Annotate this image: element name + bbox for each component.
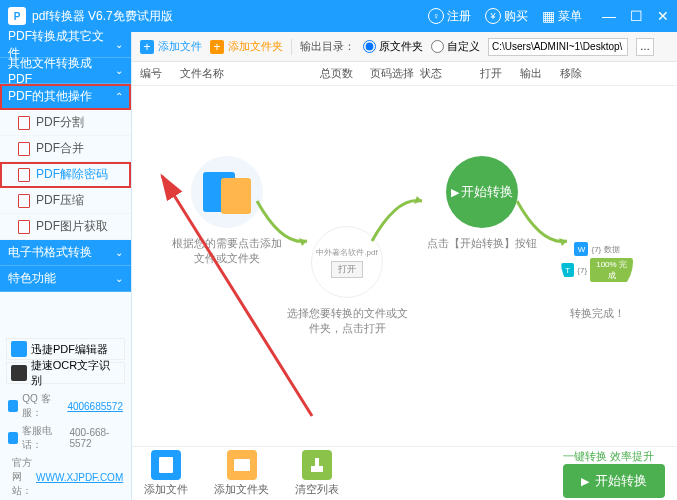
col-remove: 移除 <box>560 66 600 81</box>
app-title: pdf转换器 V6.7免费试用版 <box>32 8 428 25</box>
add-file-button[interactable]: +添加文件 <box>140 39 202 54</box>
sidebar: PDF转换成其它文件⌄ 其他文件转换成PDF⌄ PDF的其他操作⌃ PDF分割 … <box>0 32 132 500</box>
col-index: 编号 <box>140 66 180 81</box>
maximize-button[interactable]: ☐ <box>630 8 643 24</box>
footer-add-folder-button[interactable]: 添加文件夹 <box>214 450 269 497</box>
svg-rect-4 <box>311 466 323 472</box>
contact-site: 官方网站：WWW.XJPDF.COM <box>0 454 131 500</box>
minimize-button[interactable]: — <box>602 8 616 24</box>
sidebar-item-pdf-split[interactable]: PDF分割 <box>0 110 131 136</box>
broom-icon <box>302 450 332 480</box>
col-pages: 总页数 <box>320 66 370 81</box>
site-link[interactable]: WWW.XJPDF.COM <box>36 472 123 483</box>
file-icon <box>18 194 30 208</box>
col-page-select: 页码选择 <box>370 66 420 81</box>
sidebar-ads: 迅捷PDF编辑器 捷速OCR文字识别 <box>0 334 131 390</box>
radio-custom-folder[interactable]: 自定义 <box>431 39 480 54</box>
buy-button[interactable]: ¥购买 <box>485 8 528 25</box>
footer-clear-button[interactable]: 清空列表 <box>295 450 339 497</box>
plus-icon: + <box>140 40 154 54</box>
app-logo-icon: P <box>8 7 26 25</box>
svg-rect-2 <box>234 459 250 471</box>
sidebar-item-pdf-compress[interactable]: PDF压缩 <box>0 188 131 214</box>
sidebar-section-other-to-pdf[interactable]: 其他文件转换成PDF⌄ <box>0 58 131 84</box>
register-button[interactable]: ♀注册 <box>428 8 471 25</box>
chevron-down-icon: ⌄ <box>115 273 123 284</box>
start-convert-icon: 开始转换 <box>446 156 518 228</box>
onboarding-step-3: 开始转换 点击【开始转换】按钮 <box>422 156 542 251</box>
col-filename: 文件名称 <box>180 66 320 81</box>
phone-icon <box>8 432 18 444</box>
app-icon <box>11 365 27 381</box>
plus-icon: + <box>210 40 224 54</box>
svg-rect-3 <box>315 458 319 466</box>
ad-pdf-editor[interactable]: 迅捷PDF编辑器 <box>6 338 125 360</box>
footer-add-file-button[interactable]: 添加文件 <box>144 450 188 497</box>
sidebar-section-pdf-other-ops[interactable]: PDF的其他操作⌃ <box>0 84 131 110</box>
chevron-down-icon: ⌄ <box>115 39 123 50</box>
sidebar-item-pdf-merge[interactable]: PDF合并 <box>0 136 131 162</box>
contact-phone: 客服电话：400-668-5572 <box>0 422 131 454</box>
sidebar-section-ebook[interactable]: 电子书格式转换⌄ <box>0 240 131 266</box>
file-plus-icon <box>151 450 181 480</box>
qq-link[interactable]: 4006685572 <box>67 401 123 412</box>
contact-qq: QQ 客服：4006685572 <box>0 390 131 422</box>
output-path-input[interactable] <box>488 38 628 56</box>
onboarding-step-4: W{7} 数据 T{7}100% 完成 转换完成！ <box>532 226 662 321</box>
qq-icon <box>8 400 18 412</box>
svg-rect-1 <box>159 457 173 473</box>
folder-plus-icon <box>227 450 257 480</box>
sidebar-item-pdf-unlock[interactable]: PDF解除密码 <box>0 162 131 188</box>
result-icon: W{7} 数据 T{7}100% 完成 <box>561 226 633 298</box>
file-icon <box>18 116 30 130</box>
sidebar-section-special[interactable]: 特色功能⌄ <box>0 266 131 292</box>
onboarding-step-2: 中外著名软件.pdf 打开 选择您要转换的文件或文件夹，点击打开 <box>282 226 412 336</box>
col-open: 打开 <box>480 66 520 81</box>
onboarding-step-1: 根据您的需要点击添加文件或文件夹 <box>167 156 287 266</box>
add-folder-button[interactable]: +添加文件夹 <box>210 39 283 54</box>
output-dir-label: 输出目录： <box>300 39 355 54</box>
sidebar-item-pdf-extract-images[interactable]: PDF图片获取 <box>0 214 131 240</box>
content-area: 根据您的需要点击添加文件或文件夹 中外著名软件.pdf 打开 选择您要转换的文件… <box>132 86 677 446</box>
table-headers: 编号 文件名称 总页数 页码选择 状态 打开 输出 移除 <box>132 62 677 86</box>
footer-hint: 一键转换 效率提升 开始转换 <box>563 449 665 498</box>
col-output: 输出 <box>520 66 560 81</box>
menu-button[interactable]: ▦菜单 <box>542 8 582 25</box>
radio-original-folder[interactable]: 原文件夹 <box>363 39 423 54</box>
start-convert-button[interactable]: 开始转换 <box>563 464 665 498</box>
chevron-down-icon: ⌄ <box>115 247 123 258</box>
file-icon <box>18 220 30 234</box>
chevron-down-icon: ⌄ <box>115 65 123 76</box>
main-area: +添加文件 +添加文件夹 输出目录： 原文件夹 自定义 … 编号 文件名称 总页… <box>132 32 677 500</box>
chevron-up-icon: ⌃ <box>115 91 123 102</box>
close-button[interactable]: ✕ <box>657 8 669 24</box>
file-dialog-icon: 中外著名软件.pdf 打开 <box>311 226 383 298</box>
files-icon <box>191 156 263 228</box>
file-icon <box>18 168 30 182</box>
col-status: 状态 <box>420 66 480 81</box>
toolbar: +添加文件 +添加文件夹 输出目录： 原文件夹 自定义 … <box>132 32 677 62</box>
app-icon <box>11 341 27 357</box>
footer: 添加文件 添加文件夹 清空列表 一键转换 效率提升 开始转换 <box>132 446 677 500</box>
browse-button[interactable]: … <box>636 38 654 56</box>
file-icon <box>18 142 30 156</box>
ad-ocr[interactable]: 捷速OCR文字识别 <box>6 362 125 384</box>
